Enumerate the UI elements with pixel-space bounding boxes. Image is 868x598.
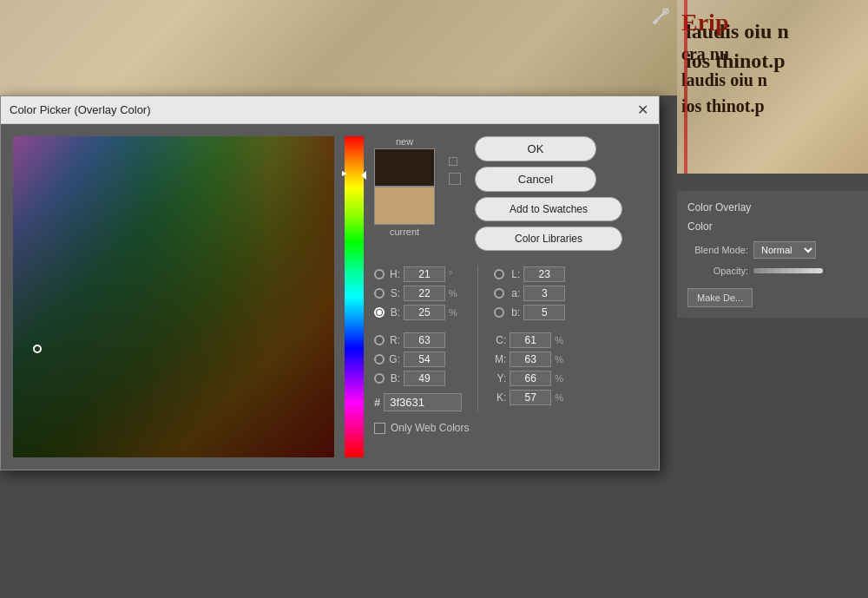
eyedropper-area [648, 4, 673, 34]
hue-label: H: [388, 268, 400, 280]
lab-l-radio[interactable] [494, 269, 504, 279]
magenta-row: M: % [494, 352, 565, 367]
green-radio[interactable] [374, 354, 385, 365]
current-color-swatch [374, 187, 435, 225]
red-row: R: [374, 332, 462, 348]
hue-unit: ° [449, 269, 459, 279]
blue-row: B: [374, 371, 462, 386]
blend-mode-label: Blend Mode: [687, 245, 748, 255]
cyan-unit: % [555, 335, 565, 345]
yellow-row: Y: % [494, 371, 565, 386]
small-square-icon [449, 173, 461, 185]
hsb-rgb-values: H: ° S: % B: [374, 266, 462, 411]
eyedropper-icon[interactable] [648, 4, 673, 29]
only-web-colors-row: Only Web Colors [374, 422, 647, 434]
hex-hash: # [374, 396, 380, 409]
cyan-label: C: [494, 334, 506, 346]
lab-l-row: L: [494, 266, 565, 282]
medieval-text-area: Erip cra nu laudis oiu n ios thinot.p [677, 0, 868, 174]
add-to-swatches-button[interactable]: Add to Swatches [475, 197, 622, 221]
red-input[interactable] [404, 332, 445, 348]
lab-l-label: L: [508, 268, 520, 280]
color-picker-dialog: Color Picker (Overlay Color) ✕ [0, 95, 660, 470]
cube-icon: □ [449, 154, 461, 169]
preview-and-buttons: new current □ OK Cancel Add to Swatches … [374, 136, 647, 251]
hue-input[interactable] [404, 266, 445, 282]
opacity-label: Opacity: [687, 266, 748, 276]
action-buttons: OK Cancel Add to Swatches Color Librarie… [475, 136, 622, 251]
hex-input[interactable] [384, 393, 462, 411]
color-values: H: ° S: % B: [374, 266, 647, 411]
color-gradient-picker[interactable] [13, 136, 334, 457]
dialog-close-button[interactable]: ✕ [635, 102, 650, 118]
dialog-titlebar: Color Picker (Overlay Color) ✕ [1, 96, 659, 124]
lab-a-row: a: [494, 286, 565, 301]
yellow-unit: % [555, 373, 565, 384]
cancel-button[interactable]: Cancel [475, 167, 596, 192]
hue-row: H: ° [374, 266, 462, 282]
lab-b-input[interactable] [523, 305, 565, 320]
color-libraries-button[interactable]: Color Libraries [475, 227, 622, 251]
brightness-radio[interactable] [374, 307, 385, 318]
green-input[interactable] [404, 352, 445, 367]
green-label: G: [388, 353, 400, 365]
black-input[interactable] [510, 390, 551, 405]
hue-slider-thumb-right [361, 171, 366, 180]
magenta-label: M: [494, 353, 506, 365]
hue-radio[interactable] [374, 269, 385, 279]
only-web-colors-label: Only Web Colors [391, 422, 469, 434]
new-color-swatch [374, 148, 435, 187]
green-row: G: [374, 352, 462, 367]
saturation-unit: % [449, 288, 459, 299]
color-preview-wrapper: new current [374, 136, 435, 237]
cyan-input[interactable] [510, 332, 551, 348]
new-color-label: new [374, 136, 435, 147]
lab-b-radio[interactable] [494, 307, 504, 318]
yellow-label: Y: [494, 372, 506, 384]
blue-radio[interactable] [374, 373, 385, 384]
only-web-colors-checkbox[interactable] [374, 423, 385, 434]
brightness-unit: % [449, 307, 459, 318]
blue-input[interactable] [404, 371, 445, 386]
magenta-input[interactable] [510, 352, 551, 367]
opacity-slider[interactable] [753, 268, 823, 273]
hue-slider[interactable] [345, 136, 364, 457]
dialog-body: new current □ OK Cancel Add to Swatches … [1, 124, 659, 470]
blue-label: B: [388, 372, 400, 384]
saturation-input[interactable] [404, 286, 445, 301]
lab-cmyk-values: L: a: b: [494, 266, 565, 411]
brightness-row: B: % [374, 305, 462, 320]
lab-a-input[interactable] [523, 286, 565, 301]
lab-b-row: b: [494, 305, 565, 320]
blend-mode-select[interactable]: Normal Dissolve Multiply [753, 241, 816, 259]
saturation-row: S: % [374, 286, 462, 301]
lab-b-label: b: [508, 306, 520, 319]
brightness-label: B: [388, 306, 400, 319]
color-overlay-color-label: Color [687, 220, 858, 233]
lab-a-radio[interactable] [494, 288, 504, 299]
black-row: K: % [494, 390, 565, 405]
yellow-input[interactable] [510, 371, 551, 386]
dialog-title: Color Picker (Overlay Color) [10, 103, 151, 116]
hex-row: # [374, 393, 462, 411]
brightness-input[interactable] [404, 305, 445, 320]
panel-title: Color Overlay [687, 201, 858, 214]
lab-l-input[interactable] [523, 266, 565, 282]
red-radio[interactable] [374, 335, 385, 345]
saturation-radio[interactable] [374, 288, 385, 299]
black-label: K: [494, 391, 506, 404]
make-default-button[interactable]: Make De... [687, 288, 753, 307]
red-label: R: [388, 334, 400, 346]
black-unit: % [555, 392, 565, 403]
values-divider [477, 266, 478, 411]
color-overlay-panel: Color Overlay Color Blend Mode: Normal D… [677, 191, 868, 318]
color-controls: new current □ OK Cancel Add to Swatches … [374, 136, 647, 457]
magenta-unit: % [555, 354, 565, 365]
lab-a-label: a: [508, 287, 520, 299]
current-color-label: current [374, 227, 435, 237]
cyan-row: C: % [494, 332, 565, 348]
saturation-label: S: [388, 287, 400, 299]
ok-button[interactable]: OK [475, 136, 596, 161]
